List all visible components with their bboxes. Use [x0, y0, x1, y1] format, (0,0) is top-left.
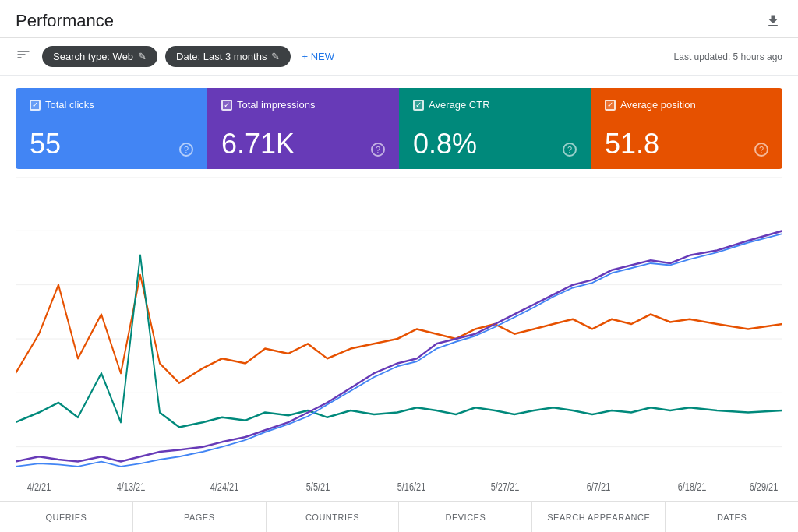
bottom-tabs: QUERIES PAGES COUNTRIES DEVICES SEARCH A… [0, 501, 798, 532]
tab-dates[interactable]: DATES [666, 502, 798, 532]
clicks-label: Total clicks [45, 99, 94, 111]
tab-countries[interactable]: COUNTRIES [267, 502, 400, 532]
metric-label-row-clicks: Total clicks [30, 99, 193, 111]
impressions-value: 6.71K [221, 130, 295, 158]
impressions-checkbox[interactable] [221, 100, 232, 111]
position-checkbox[interactable] [605, 100, 616, 111]
metric-cards: Total clicks 55 ? Total impressions 6.71… [0, 76, 798, 169]
filter-icon[interactable] [16, 47, 31, 66]
impressions-value-row: 6.71K ? [221, 130, 385, 158]
position-value: 51.8 [605, 130, 659, 158]
toolbar: Search type: Web ✎ Date: Last 3 months ✎… [0, 38, 798, 76]
ctr-checkbox[interactable] [413, 100, 424, 111]
svg-text:5/27/21: 5/27/21 [491, 481, 520, 494]
metric-card-impressions[interactable]: Total impressions 6.71K ? [207, 88, 399, 169]
tab-search-appearance[interactable]: SEARCH APPEARANCE [532, 502, 666, 532]
metric-label-row-impressions: Total impressions [221, 99, 385, 111]
download-icon[interactable] [764, 12, 782, 30]
metric-label-row-ctr: Average CTR [413, 99, 577, 111]
svg-text:6/29/21: 6/29/21 [750, 481, 779, 494]
header: Performance [0, 0, 798, 38]
clicks-help[interactable]: ? [179, 143, 193, 157]
chart-area: 4/2/21 4/13/21 4/24/21 5/5/21 5/16/21 5/… [0, 169, 798, 501]
last-updated: Last updated: 5 hours ago [674, 51, 782, 62]
ctr-label: Average CTR [429, 99, 490, 111]
metric-card-position[interactable]: Average position 51.8 ? [591, 88, 782, 169]
clicks-value-row: 55 ? [30, 130, 193, 158]
metric-card-clicks[interactable]: Total clicks 55 ? [16, 88, 207, 169]
clicks-value: 55 [30, 130, 61, 158]
edit-icon: ✎ [138, 51, 147, 62]
ctr-value-row: 0.8% ? [413, 130, 577, 158]
svg-text:4/13/21: 4/13/21 [117, 481, 146, 494]
header-right [764, 12, 782, 30]
clicks-checkbox[interactable] [30, 100, 41, 111]
edit-icon-date: ✎ [271, 51, 280, 62]
position-label: Average position [620, 99, 696, 111]
search-type-chip[interactable]: Search type: Web ✎ [42, 46, 157, 67]
tab-pages[interactable]: PAGES [133, 502, 267, 532]
page-wrapper: Performance Search type: Web ✎ Date: Las… [0, 0, 798, 532]
svg-text:4/24/21: 4/24/21 [210, 481, 239, 494]
position-help[interactable]: ? [754, 143, 768, 157]
performance-chart: 4/2/21 4/13/21 4/24/21 5/5/21 5/16/21 5/… [16, 177, 782, 501]
svg-text:5/16/21: 5/16/21 [397, 481, 426, 494]
svg-text:4/2/21: 4/2/21 [27, 481, 51, 494]
tab-queries[interactable]: QUERIES [0, 502, 133, 532]
impressions-label: Total impressions [237, 99, 315, 111]
position-value-row: 51.8 ? [605, 130, 768, 158]
svg-text:6/18/21: 6/18/21 [678, 481, 707, 494]
metric-card-ctr[interactable]: Average CTR 0.8% ? [399, 88, 591, 169]
svg-text:6/7/21: 6/7/21 [587, 481, 611, 494]
page-title: Performance [16, 11, 114, 31]
impressions-help[interactable]: ? [371, 143, 385, 157]
new-button[interactable]: + NEW [302, 51, 334, 62]
ctr-value: 0.8% [413, 130, 477, 158]
date-chip[interactable]: Date: Last 3 months ✎ [165, 46, 291, 67]
tab-devices[interactable]: DEVICES [399, 502, 532, 532]
metric-label-row-position: Average position [605, 99, 768, 111]
svg-text:5/5/21: 5/5/21 [306, 481, 330, 494]
ctr-help[interactable]: ? [563, 143, 577, 157]
